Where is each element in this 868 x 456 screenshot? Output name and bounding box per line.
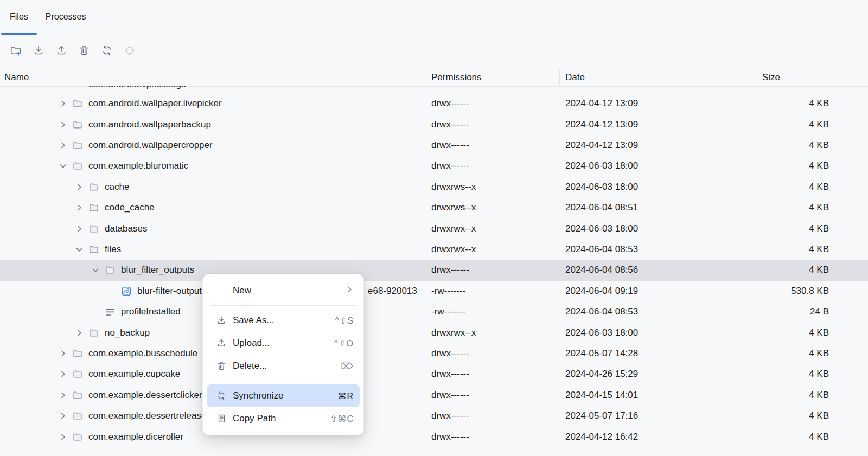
permissions-cell: drwx------ <box>431 343 556 364</box>
column-header-permissions[interactable]: Permissions <box>431 68 482 86</box>
file-name: com.example.busschedule <box>88 343 197 364</box>
table-row-com-example-bluromatic[interactable]: com.example.bluromaticdrwx------2024-06-… <box>0 156 868 176</box>
size-cell: 4 KB <box>738 385 829 406</box>
table-row-com-example-busschedule[interactable]: com.example.busscheduledrwx------2024-05… <box>0 343 868 364</box>
chevron-right-icon[interactable] <box>75 218 84 239</box>
tab-files[interactable]: Files <box>1 0 37 34</box>
table-row-com-android-wallpapercropper[interactable]: com.android.wallpapercropperdrwx------20… <box>0 135 868 156</box>
new-folder-button[interactable] <box>6 42 25 61</box>
chevron-down-icon[interactable] <box>59 156 67 176</box>
column-header-date[interactable]: Date <box>565 68 585 86</box>
date-cell: 2024-06-04 08:53 <box>565 239 728 260</box>
table-row-com-example-diceroller[interactable]: com.example.dicerollerdrwx------2024-04-… <box>0 426 868 447</box>
file-name: com.example.diceroller <box>88 426 183 447</box>
folder-icon <box>89 197 99 218</box>
text-file-icon <box>105 301 115 322</box>
chevron-down-icon[interactable] <box>91 260 100 280</box>
table-row-blur-filter-outputs[interactable]: blur_filter_outputsdrwx------2024-06-04 … <box>0 260 868 280</box>
size-cell: 4 KB <box>738 260 829 280</box>
menu-item-copy-path[interactable]: Copy Path⇧⌘C <box>207 407 360 430</box>
table-row-com-example-dessertrelease[interactable]: com.example.dessertreleasedrwx------2024… <box>0 406 868 426</box>
new-folder-icon <box>10 44 22 59</box>
chevron-right-icon[interactable] <box>59 343 67 364</box>
tab-processes-label: Processes <box>46 12 86 22</box>
menu-item-label: Upload... <box>233 338 334 349</box>
chevron-right-icon[interactable] <box>59 135 67 156</box>
menu-item-label: Save As... <box>233 315 335 326</box>
chevron-right-icon[interactable] <box>75 322 84 343</box>
column-header-name[interactable]: Name <box>4 68 29 86</box>
chevron-right-icon[interactable] <box>59 364 67 384</box>
trash-icon <box>78 44 90 59</box>
column-header-size[interactable]: Size <box>762 68 780 86</box>
date-cell: 2024-04-12 13:09 <box>565 114 728 134</box>
context-menu: NewSave As...^⇧SUpload...^⇧ODelete...⌦Sy… <box>202 274 364 435</box>
chevron-down-icon[interactable] <box>75 239 84 260</box>
table-row-com-android-wallpaperbackup[interactable]: com.android.wallpaperbackupdrwx------202… <box>0 114 868 134</box>
table-row-profileinstalled[interactable]: profileInstalled-rw-------2024-06-04 08:… <box>0 301 868 322</box>
delete-button[interactable] <box>74 42 94 61</box>
date-cell: 2024-04-12 16:42 <box>565 426 728 447</box>
toolbar <box>0 35 139 68</box>
chevron-right-icon[interactable] <box>59 114 67 134</box>
column-divider <box>758 69 758 85</box>
permissions-cell: drwx------ <box>431 406 556 426</box>
chevron-right-icon[interactable] <box>75 177 84 197</box>
file-name: databases <box>105 218 147 239</box>
permissions-cell: drwx------ <box>431 156 556 176</box>
table-row-no-backup[interactable]: no_backupdrwxrwx--x2024-06-03 18:004 KB <box>0 322 868 343</box>
chevron-right-icon[interactable] <box>59 93 67 114</box>
locate-button <box>120 42 139 61</box>
synchronize-button[interactable] <box>97 42 117 61</box>
chevron-right-icon[interactable] <box>75 197 84 218</box>
chevron-right-icon[interactable] <box>59 426 67 447</box>
menu-item-save-as[interactable]: Save As...^⇧S <box>207 309 360 332</box>
size-cell: 4 KB <box>738 156 829 176</box>
size-cell: 4 KB <box>738 406 829 426</box>
sync-icon <box>101 44 113 59</box>
bottom-divider <box>0 447 868 447</box>
chevron-right-icon[interactable] <box>59 385 67 406</box>
file-name: cache <box>105 177 129 197</box>
size-cell: 4 KB <box>738 218 829 239</box>
size-cell: 4 KB <box>738 426 829 447</box>
date-cell: 2024-04-15 14:01 <box>565 385 728 406</box>
date-cell: 2024-05-07 17:16 <box>565 406 728 426</box>
folder-icon <box>73 406 82 426</box>
date-cell: 2024-06-03 18:00 <box>565 156 728 176</box>
chevron-right-icon[interactable] <box>59 406 67 426</box>
file-table-rows: com.android.vpndialogscom.android.wallpa… <box>0 86 868 456</box>
file-name: com.example.bluromatic <box>88 156 188 176</box>
table-row-files[interactable]: filesdrwxrwx--x2024-06-04 08:534 KB <box>0 239 868 260</box>
menu-item-new[interactable]: New <box>207 279 360 302</box>
permissions-cell: -rw------- <box>431 281 556 301</box>
column-divider <box>427 69 427 85</box>
menu-shortcut: ^⇧S <box>335 316 354 326</box>
tab-processes[interactable]: Processes <box>37 0 95 34</box>
table-row-com-example-cupcake[interactable]: com.example.cupcakedrwx------2024-04-26 … <box>0 364 868 384</box>
table-row-com-android-wallpaper-livepicker[interactable]: com.android.wallpaper.livepickerdrwx----… <box>0 93 868 114</box>
menu-separator <box>210 381 356 381</box>
folder-icon <box>73 114 82 134</box>
table-row-cache[interactable]: cachedrwxrws--x2024-06-03 18:004 KB <box>0 177 868 197</box>
menu-item-label: Copy Path <box>233 413 330 424</box>
table-row-com-example-dessertclicker[interactable]: com.example.dessertclickerdrwx------2024… <box>0 385 868 406</box>
locate-crosshair-icon <box>124 44 136 59</box>
menu-item-synchronize[interactable]: Synchronize⌘R <box>207 384 360 407</box>
table-row-code-cache[interactable]: code_cachedrwxrws--x2024-06-04 08:514 KB <box>0 197 868 218</box>
size-cell: 4 KB <box>738 114 829 134</box>
menu-item-upload[interactable]: Upload...^⇧O <box>207 332 360 355</box>
upload-button[interactable] <box>52 42 71 61</box>
date-cell: 2024-05-07 14:28 <box>565 343 728 364</box>
size-cell: 4 KB <box>738 93 829 114</box>
date-cell: 2024-06-04 08:51 <box>565 197 728 218</box>
table-row-blur-filter-output[interactable]: blur-filter-output-e68-920013-rw-------2… <box>0 281 868 301</box>
table-row-databases[interactable]: databasesdrwxrwx--x2024-06-03 18:004 KB <box>0 218 868 239</box>
folder-icon <box>73 156 82 176</box>
file-name: com.android.wallpaper.livepicker <box>88 93 222 114</box>
download-button[interactable] <box>29 42 48 61</box>
menu-item-label: New <box>233 285 345 296</box>
folder-icon <box>89 239 99 260</box>
menu-item-delete[interactable]: Delete...⌦ <box>207 355 360 377</box>
menu-item-label: Delete... <box>233 361 341 371</box>
